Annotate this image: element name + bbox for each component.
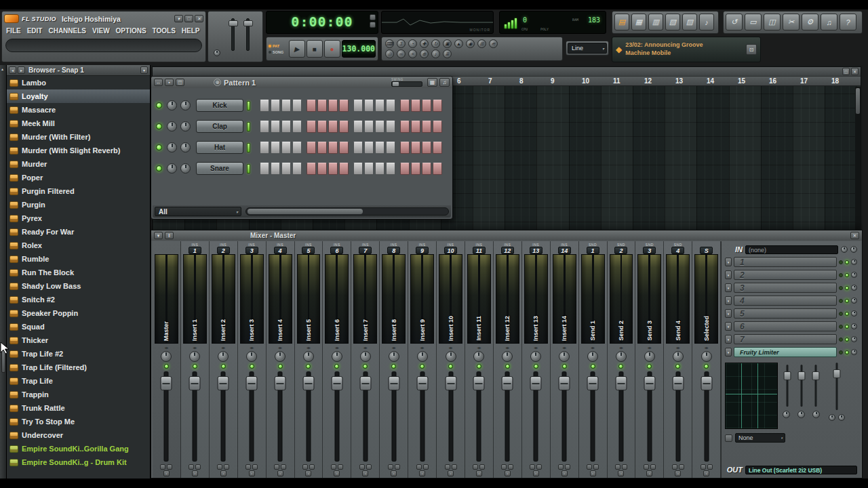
stereo-link-icon[interactable]: ◂▸ (420, 345, 425, 351)
slot-options-icon[interactable]: ▾ (725, 348, 732, 357)
pat-song-switch[interactable]: PAT SONG (269, 44, 288, 54)
strip-pan-knob[interactable] (502, 351, 513, 362)
fx-slot[interactable]: ▾ 7 (725, 333, 857, 345)
stereo-link-icon[interactable]: ◂▸ (221, 345, 225, 351)
step-cell[interactable] (260, 121, 269, 133)
strip-pan-knob[interactable] (189, 351, 200, 362)
menu-item[interactable]: OPTIONS (116, 27, 146, 35)
fader-handle[interactable] (559, 376, 570, 390)
step-cell[interactable] (307, 100, 316, 112)
slot-button[interactable]: 6 (734, 321, 837, 331)
browser-item[interactable]: Rolex (7, 239, 150, 252)
eq-low-freq-knob[interactable] (783, 411, 790, 418)
menu-item[interactable]: CHANNELS (48, 27, 86, 35)
stereo-link-icon[interactable]: ◂▸ (449, 345, 453, 351)
step-cell[interactable] (292, 142, 302, 154)
strip-enable-led[interactable] (618, 364, 623, 369)
time-mode-up-button[interactable] (370, 14, 376, 20)
step-cell[interactable] (375, 100, 384, 112)
step-cell[interactable] (281, 100, 291, 112)
step-cell[interactable] (353, 142, 363, 154)
slider-handle[interactable] (783, 371, 791, 380)
mixer-strip[interactable]: INS 8 Insert 8 ◂▸ (380, 241, 408, 478)
strip-volume-fader[interactable] (494, 370, 521, 463)
channel-select-led[interactable] (247, 122, 250, 131)
browser-item[interactable]: Trap Life (Filtered) (7, 361, 150, 374)
browser-item[interactable]: Trunk Rattle (7, 401, 150, 415)
stereo-link-icon[interactable]: ◂▸ (363, 345, 368, 351)
stereo-link-icon[interactable]: ◂▸ (562, 345, 566, 351)
fader-handle[interactable] (701, 376, 712, 390)
strip-record-arm-toggle[interactable] (281, 464, 286, 470)
channel-volume-knob[interactable] (180, 142, 191, 152)
strip-save-icon[interactable]: ▫ (220, 470, 226, 476)
browser-item[interactable]: Purgin Filtered (7, 184, 150, 198)
strip-save-icon[interactable]: ▫ (334, 470, 340, 476)
step-cell[interactable] (364, 163, 374, 175)
strip-record-arm-toggle[interactable] (565, 464, 570, 470)
step-cell[interactable] (307, 142, 316, 154)
input-pan-knob[interactable] (850, 246, 857, 253)
slot-options-icon[interactable]: ▾ (725, 258, 732, 266)
slot-mix-knob[interactable] (851, 323, 857, 329)
browser-item[interactable]: Shady Low Bass (7, 279, 150, 293)
strip-fx-toggle[interactable] (331, 464, 336, 470)
strip-pan-knob[interactable] (473, 351, 484, 362)
strip-fx-toggle[interactable] (644, 464, 649, 470)
strip-volume-fader[interactable] (608, 370, 635, 463)
slot-enable-led[interactable] (845, 273, 849, 277)
step-cell[interactable] (339, 121, 349, 133)
channel-volume-knob[interactable] (180, 121, 191, 131)
strip-enable-led[interactable] (363, 364, 368, 369)
strip-record-arm-toggle[interactable] (536, 464, 542, 470)
slot-mix-knob[interactable] (851, 272, 857, 278)
eq-high-freq-knob[interactable] (812, 411, 820, 418)
step-cell[interactable] (353, 121, 363, 133)
strip-pan-knob[interactable] (446, 351, 456, 362)
strip-enable-led[interactable] (164, 364, 169, 369)
strip-pan-knob[interactable] (644, 351, 655, 362)
step-cell[interactable] (281, 163, 291, 175)
slider-handle[interactable] (797, 371, 805, 380)
mixer-strip[interactable]: INS 7 Insert 7 ◂▸ (351, 241, 380, 478)
swing-handle[interactable] (393, 82, 399, 86)
fx-slot[interactable]: ▾ 2 (725, 269, 857, 281)
step-cell[interactable] (260, 163, 269, 175)
mixer-strip[interactable]: INS 10 Insert 10 ◂▸ (437, 241, 465, 478)
rail-collapse-icon[interactable]: ▴ (1, 66, 3, 71)
rack-resize-icon[interactable]: ↔ (154, 79, 163, 86)
slider-handle[interactable] (833, 369, 841, 378)
mixer-menu-icon[interactable]: ▾ (154, 232, 163, 239)
fader-handle[interactable] (388, 376, 399, 390)
step-cell[interactable] (386, 121, 395, 133)
menu-item[interactable]: VIEW (92, 27, 110, 35)
strip-volume-fader[interactable] (181, 370, 209, 463)
strip-volume-fader[interactable] (664, 370, 692, 463)
mouse-wheel-icon[interactable]: ◎ (385, 49, 394, 58)
strip-save-icon[interactable]: ▫ (476, 470, 482, 476)
master-volume-slider[interactable] (231, 18, 235, 51)
fader-handle[interactable] (246, 376, 258, 390)
strip-record-arm-toggle[interactable] (679, 464, 684, 470)
playlist-bar-number[interactable]: 13 (673, 77, 705, 85)
strip-pan-knob[interactable] (275, 351, 285, 362)
mixer-strip[interactable]: S Selected ◂▸ (692, 241, 721, 478)
slot-enable-led[interactable] (845, 286, 849, 290)
browser-item[interactable]: Speaker Poppin (7, 306, 150, 320)
master-pitch-slider[interactable] (246, 18, 250, 51)
record-button[interactable]: ● (324, 40, 340, 58)
menu-item[interactable]: HELP (182, 27, 200, 35)
strip-volume-fader[interactable] (437, 370, 465, 463)
strip-save-icon[interactable]: ▫ (192, 470, 198, 476)
strip-save-icon[interactable]: ▫ (419, 470, 425, 476)
project-picker-button[interactable]: ♪ (699, 14, 714, 30)
stereo-link-icon[interactable]: ◂▸ (250, 345, 254, 351)
channel-pan-knob[interactable] (167, 163, 177, 174)
metronome-icon[interactable]: ▲ (454, 39, 463, 48)
step-cell[interactable] (400, 142, 410, 154)
slot-button[interactable]: 7 (734, 334, 837, 344)
browser-forward-icon[interactable]: ▸ (18, 66, 25, 74)
strip-volume-fader[interactable] (380, 370, 408, 463)
strip-pan-knob[interactable] (332, 351, 342, 362)
keyboard-editor-toggle[interactable]: ♫ (439, 78, 450, 87)
